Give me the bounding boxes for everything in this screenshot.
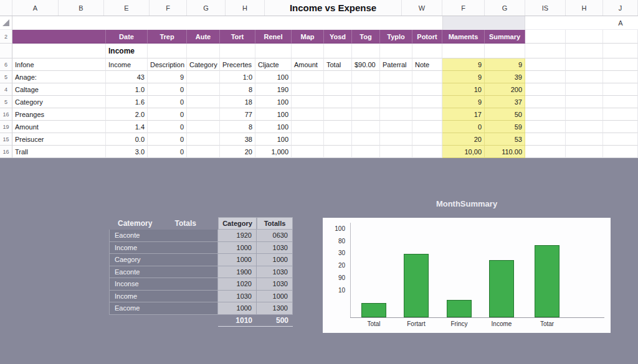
cell[interactable] <box>412 96 442 108</box>
cell[interactable] <box>187 96 220 108</box>
cell[interactable]: 0 <box>148 108 187 121</box>
cell[interactable] <box>292 83 324 96</box>
cell[interactable]: 20 <box>442 133 485 146</box>
header-cell[interactable]: Summary <box>485 30 525 44</box>
cell[interactable] <box>566 83 603 96</box>
cell[interactable]: 9 <box>148 71 187 83</box>
cell[interactable]: Caltage <box>12 83 106 96</box>
cell[interactable] <box>352 121 380 133</box>
cell[interactable] <box>292 121 324 133</box>
cell[interactable] <box>187 121 220 133</box>
cell[interactable] <box>566 121 603 133</box>
row-number[interactable]: 19 <box>0 121 12 133</box>
total-cell[interactable]: 1000 <box>257 291 293 303</box>
header-cell[interactable]: Date <box>106 30 148 44</box>
column-header[interactable]: F <box>150 0 187 16</box>
cell[interactable]: 100 <box>255 108 292 121</box>
row-number[interactable] <box>0 44 12 58</box>
cell[interactable] <box>187 83 220 96</box>
cell[interactable]: 200 <box>485 83 525 96</box>
cell[interactable]: 38 <box>220 133 255 146</box>
cell[interactable]: 10,00 <box>442 146 485 158</box>
row-number[interactable]: 5 <box>0 96 12 108</box>
row-number[interactable]: 6 <box>0 58 12 71</box>
cell[interactable] <box>525 30 566 44</box>
cell[interactable] <box>187 44 220 58</box>
cell[interactable] <box>603 44 638 58</box>
cell[interactable]: 9 <box>442 96 485 108</box>
total-cell[interactable]: 1000 <box>218 302 257 315</box>
category-cell[interactable]: Caegory <box>109 254 218 266</box>
header-cell[interactable]: Renel <box>255 30 292 44</box>
cell[interactable] <box>442 44 485 58</box>
cell[interactable] <box>603 121 638 133</box>
cell[interactable] <box>292 133 324 146</box>
column-header[interactable]: G <box>485 0 525 16</box>
total-cell[interactable]: 1000 <box>218 254 257 266</box>
cell[interactable] <box>352 146 380 158</box>
cell[interactable] <box>603 133 638 146</box>
cell[interactable] <box>603 83 638 96</box>
cell[interactable]: 0 <box>148 133 187 146</box>
cell[interactable] <box>566 108 603 121</box>
cell[interactable] <box>412 83 442 96</box>
cell[interactable]: 100 <box>255 71 292 83</box>
cell[interactable]: 77 <box>220 108 255 121</box>
cell[interactable] <box>603 146 638 158</box>
cell[interactable]: 100 <box>255 133 292 146</box>
total-cell[interactable]: 1900 <box>218 266 257 279</box>
row-number[interactable]: 2 <box>0 30 12 44</box>
column-header[interactable]: J <box>603 0 638 16</box>
cell[interactable] <box>292 146 324 158</box>
cell[interactable] <box>380 108 412 121</box>
cell[interactable] <box>603 108 638 121</box>
category-cell[interactable]: Eaconte <box>109 266 218 279</box>
cell[interactable] <box>352 108 380 121</box>
header-cell[interactable]: Maments <box>442 30 485 44</box>
cell[interactable]: Amount <box>12 121 106 133</box>
cell[interactable] <box>566 96 603 108</box>
category-cell[interactable]: Inconse <box>109 278 218 291</box>
column-header[interactable]: W <box>402 0 442 16</box>
row-number[interactable]: 15 <box>0 133 12 146</box>
cell[interactable] <box>566 133 603 146</box>
cell[interactable] <box>412 133 442 146</box>
cell[interactable] <box>566 58 603 71</box>
cell[interactable] <box>352 71 380 83</box>
cell[interactable] <box>525 58 566 71</box>
cell[interactable]: Paterral <box>380 58 412 71</box>
cell[interactable]: 190 <box>255 83 292 96</box>
cell[interactable] <box>324 71 352 83</box>
cell[interactable]: 18 <box>220 96 255 108</box>
cell[interactable] <box>220 44 255 58</box>
cell[interactable] <box>187 108 220 121</box>
cell[interactable] <box>380 146 412 158</box>
total-cell[interactable]: 1000 <box>218 242 257 254</box>
cell[interactable]: 8 <box>220 121 255 133</box>
cell[interactable] <box>292 96 324 108</box>
category-cell[interactable]: Eacome <box>109 302 218 315</box>
cell[interactable]: 53 <box>485 133 525 146</box>
header-cell[interactable]: Potort <box>412 30 442 44</box>
header-cell[interactable]: Yosd <box>324 30 352 44</box>
cell[interactable]: 39 <box>485 71 525 83</box>
cell[interactable]: 100 <box>255 121 292 133</box>
cell[interactable] <box>12 44 106 58</box>
cell[interactable] <box>525 121 566 133</box>
cell[interactable]: Category <box>12 96 106 108</box>
cell[interactable] <box>352 83 380 96</box>
header-cell[interactable]: Tort <box>220 30 255 44</box>
cell[interactable] <box>566 71 603 83</box>
header-cell[interactable]: Trep <box>148 30 187 44</box>
row-number[interactable]: 16 <box>0 146 12 158</box>
cell[interactable] <box>352 96 380 108</box>
cell[interactable] <box>566 44 603 58</box>
cell[interactable] <box>412 146 442 158</box>
cell[interactable] <box>603 30 638 44</box>
cell[interactable]: 0 <box>148 146 187 158</box>
category-cell[interactable]: Eaconte <box>109 230 218 242</box>
cell[interactable]: Amount <box>292 58 324 71</box>
cell[interactable] <box>412 121 442 133</box>
cell[interactable]: Description <box>148 58 187 71</box>
cell[interactable]: 1.4 <box>106 121 148 133</box>
